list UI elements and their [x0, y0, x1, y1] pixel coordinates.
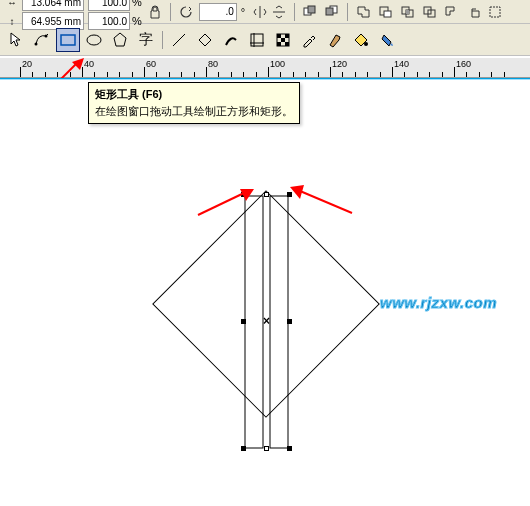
shape-tool[interactable]: [30, 28, 54, 52]
ruler-label: 100: [270, 59, 285, 69]
rotate-icon: [177, 3, 195, 21]
text-tool[interactable]: 字: [134, 28, 158, 52]
handle-tm[interactable]: [264, 192, 269, 197]
svg-rect-3: [326, 8, 333, 15]
width-icon: ↔: [4, 0, 20, 10]
drawing: [110, 178, 400, 478]
handle-br[interactable]: [287, 446, 292, 451]
boundary-icon[interactable]: [486, 3, 504, 21]
svg-line-16: [173, 34, 185, 46]
ruler-label: 160: [456, 59, 471, 69]
tooltip-desc: 在绘图窗口拖动工具绘制正方形和矩形。: [95, 104, 293, 119]
center-marker: ×: [263, 314, 270, 328]
handle-bm[interactable]: [264, 446, 269, 451]
tooltip: 矩形工具 (F6) 在绘图窗口拖动工具绘制正方形和矩形。: [88, 82, 300, 124]
svg-rect-25: [285, 42, 289, 46]
transparency-tool[interactable]: [271, 28, 295, 52]
ruler-label: 140: [394, 59, 409, 69]
trim-icon[interactable]: [376, 3, 394, 21]
intersect-icon[interactable]: [398, 3, 416, 21]
svg-rect-21: [277, 34, 281, 38]
front-minus-back-icon[interactable]: [442, 3, 460, 21]
svg-rect-11: [490, 7, 500, 17]
handle-ml[interactable]: [241, 319, 246, 324]
handle-bl[interactable]: [241, 446, 246, 451]
svg-rect-22: [285, 34, 289, 38]
degree-label: °: [241, 6, 245, 18]
handle-tl[interactable]: [241, 192, 246, 197]
svg-rect-24: [277, 42, 281, 46]
svg-rect-5: [384, 11, 391, 17]
svg-rect-30: [245, 196, 263, 448]
ruler-label: 40: [84, 59, 94, 69]
rectangle-tool[interactable]: [56, 28, 80, 52]
tooltip-title: 矩形工具 (F6): [95, 87, 293, 102]
ruler-label: 120: [332, 59, 347, 69]
weld-icon[interactable]: [354, 3, 372, 21]
to-back-icon[interactable]: [323, 3, 341, 21]
svg-rect-1: [308, 6, 315, 13]
artistic-media-tool[interactable]: [219, 28, 243, 52]
svg-point-15: [87, 35, 101, 45]
polygon-tool[interactable]: [108, 28, 132, 52]
handle-tr[interactable]: [287, 192, 292, 197]
crop-tool[interactable]: [245, 28, 269, 52]
fill-tool[interactable]: [349, 28, 373, 52]
mirror-h-icon[interactable]: [251, 3, 269, 21]
interactive-fill-tool[interactable]: [375, 28, 399, 52]
ruler-label: 60: [146, 59, 156, 69]
svg-rect-8: [406, 10, 409, 14]
horizontal-ruler: 20406080100120140160: [0, 58, 530, 78]
eyedropper-tool[interactable]: [297, 28, 321, 52]
svg-point-26: [364, 42, 368, 46]
mirror-v-icon[interactable]: [270, 3, 288, 21]
freehand-tool[interactable]: [167, 28, 191, 52]
percent-label: %: [132, 0, 142, 8]
handle-mr[interactable]: [287, 319, 292, 324]
canvas[interactable]: 矩形工具 (F6) 在绘图窗口拖动工具绘制正方形和矩形。 × www.rjzxw…: [0, 78, 530, 506]
property-bar: ↔ ↕ % % °: [0, 0, 530, 24]
to-front-icon[interactable]: [301, 3, 319, 21]
ruler-label: 80: [208, 59, 218, 69]
width-input[interactable]: [22, 0, 84, 11]
lock-ratio-icon[interactable]: [146, 3, 164, 21]
ruler-label: 20: [22, 59, 32, 69]
percent-label: %: [132, 15, 142, 27]
outline-tool[interactable]: [323, 28, 347, 52]
pick-tool[interactable]: [4, 28, 28, 52]
smart-fill-tool[interactable]: [193, 28, 217, 52]
toolbox: 字: [0, 24, 530, 56]
svg-point-13: [45, 34, 48, 37]
svg-rect-23: [281, 38, 285, 42]
svg-rect-29: [153, 191, 379, 417]
watermark: www.rjzxw.com: [380, 294, 497, 311]
back-minus-front-icon[interactable]: [464, 3, 482, 21]
simplify-icon[interactable]: [420, 3, 438, 21]
svg-rect-14: [61, 35, 75, 45]
ellipse-tool[interactable]: [82, 28, 106, 52]
svg-rect-17: [251, 34, 263, 46]
guide-line: [0, 78, 530, 80]
svg-point-12: [35, 42, 38, 45]
scale-x-input[interactable]: [88, 0, 130, 11]
rotation-input[interactable]: [199, 3, 237, 21]
